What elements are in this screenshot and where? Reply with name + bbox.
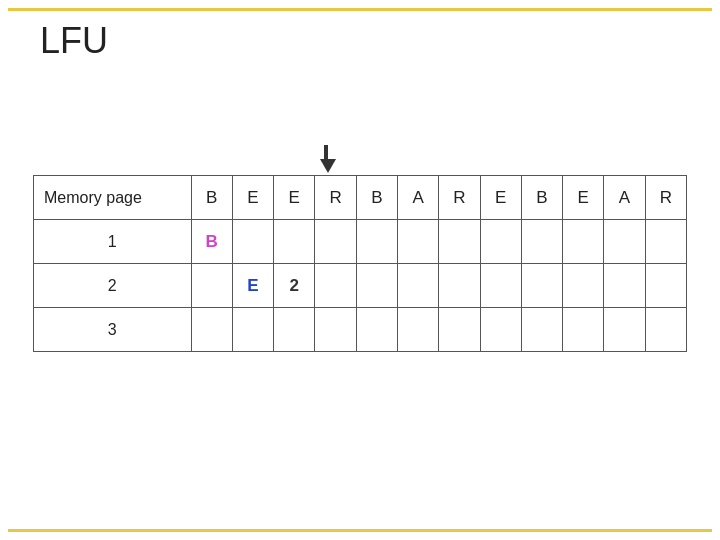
row-3-cell-8	[521, 308, 562, 352]
row-3-cell-11	[645, 308, 686, 352]
row-1-cell-10	[604, 220, 645, 264]
table-header-row: Memory page B E E R B A R E B E A R	[34, 176, 687, 220]
row-3-cell-2	[274, 308, 315, 352]
row-2-cell-11	[645, 264, 686, 308]
row-2-cell-9	[563, 264, 604, 308]
row-1-label: 1	[34, 220, 192, 264]
row-1-cell-8	[521, 220, 562, 264]
header-cell-1: E	[232, 176, 273, 220]
row-1-cell-7	[480, 220, 521, 264]
row-1-cell-1	[232, 220, 273, 264]
row-3-cell-10	[604, 308, 645, 352]
row-3-label: 3	[34, 308, 192, 352]
row-3-cell-3	[315, 308, 356, 352]
table-row-3: 3	[34, 308, 687, 352]
header-cell-5: A	[397, 176, 438, 220]
row-3-cell-9	[563, 308, 604, 352]
header-cell-4: B	[356, 176, 397, 220]
row-2-cell-10	[604, 264, 645, 308]
row-1-cell-0: B	[191, 220, 232, 264]
border-top	[8, 8, 712, 11]
row-2-cell-3	[315, 264, 356, 308]
row-3-cell-5	[397, 308, 438, 352]
row-2-cell-5	[397, 264, 438, 308]
row-1-cell-3	[315, 220, 356, 264]
header-cell-9: E	[563, 176, 604, 220]
header-cell-10: A	[604, 176, 645, 220]
row-2-cell-0	[191, 264, 232, 308]
down-arrow-indicator	[318, 145, 334, 173]
row-2-cell-4	[356, 264, 397, 308]
row-2-cell-1: E	[232, 264, 273, 308]
header-cell-3: R	[315, 176, 356, 220]
row-3-cell-4	[356, 308, 397, 352]
row-3-cell-6	[439, 308, 480, 352]
row-2-cell-7	[480, 264, 521, 308]
header-cell-6: R	[439, 176, 480, 220]
header-label: Memory page	[34, 176, 192, 220]
row-1-cell-11	[645, 220, 686, 264]
row-2-cell-8	[521, 264, 562, 308]
row-1-cell-4	[356, 220, 397, 264]
row-2-label: 2	[34, 264, 192, 308]
table-row-1: 1 B	[34, 220, 687, 264]
row-3-cell-0	[191, 308, 232, 352]
header-cell-7: E	[480, 176, 521, 220]
row-1-cell-2	[274, 220, 315, 264]
row-3-cell-1	[232, 308, 273, 352]
row-2-cell-6	[439, 264, 480, 308]
page-title: LFU	[40, 20, 108, 62]
table-row-2: 2 E 2	[34, 264, 687, 308]
header-cell-0: B	[191, 176, 232, 220]
row-1-cell-9	[563, 220, 604, 264]
border-bottom	[8, 529, 712, 532]
row-3-cell-7	[480, 308, 521, 352]
header-cell-11: R	[645, 176, 686, 220]
memory-table-wrapper: Memory page B E E R B A R E B E A R 1 B	[33, 175, 687, 352]
row-2-cell-2: 2	[274, 264, 315, 308]
row-1-cell-5	[397, 220, 438, 264]
header-cell-2: E	[274, 176, 315, 220]
header-cell-8: B	[521, 176, 562, 220]
row-1-cell-6	[439, 220, 480, 264]
lfu-table: Memory page B E E R B A R E B E A R 1 B	[33, 175, 687, 352]
